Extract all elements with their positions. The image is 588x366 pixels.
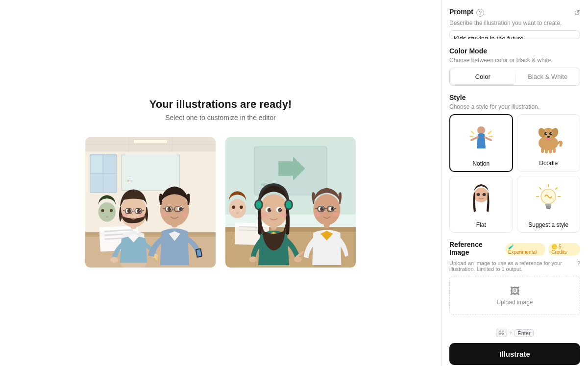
reference-image-header: Reference Image 🧪 Experimental 🪙 5 Credi… <box>449 241 580 258</box>
style-card-suggest[interactable]: Suggest a style <box>517 176 581 233</box>
svg-rect-140 <box>545 204 551 206</box>
svg-rect-10 <box>122 154 179 190</box>
svg-line-106 <box>334 208 337 208</box>
color-mode-section: Color Mode Choose between color or black… <box>449 47 580 86</box>
reference-image-label: Reference Image <box>449 241 502 256</box>
svg-point-27 <box>130 209 131 210</box>
svg-point-112 <box>236 212 239 214</box>
doodle-style-image <box>521 119 576 158</box>
style-card-flat[interactable]: Flat <box>449 176 513 233</box>
svg-line-33 <box>142 210 144 211</box>
prompt-help-icon[interactable]: ? <box>476 9 484 17</box>
prompt-textarea[interactable]: Kids stuying in the future <box>449 30 580 39</box>
svg-line-105 <box>315 208 318 208</box>
black-white-button[interactable]: Black & White <box>516 68 580 85</box>
svg-point-89 <box>249 256 257 262</box>
illustrations-grid: 📊 <box>84 136 357 268</box>
svg-rect-141 <box>546 206 551 208</box>
svg-point-126 <box>547 136 550 138</box>
svg-rect-5 <box>134 139 168 143</box>
svg-point-62 <box>105 216 108 218</box>
keyboard-modifier: ⌘ <box>496 329 507 337</box>
suggest-style-label: Suggest a style <box>528 221 568 228</box>
svg-point-131 <box>474 188 489 202</box>
reset-icon[interactable]: ↺ <box>574 8 580 18</box>
style-description: Choose a style for your illustration. <box>449 103 580 110</box>
upload-label: Upload image <box>496 299 533 306</box>
doodle-style-label: Doodle <box>539 160 558 167</box>
upload-icon: 🖼 <box>510 286 520 297</box>
reference-image-section: Reference Image 🧪 Experimental 🪙 5 Credi… <box>449 241 580 321</box>
experimental-badge: 🧪 Experimental <box>505 243 545 256</box>
keyboard-plus: + <box>509 330 513 337</box>
svg-point-122 <box>544 132 547 135</box>
svg-line-32 <box>123 210 125 211</box>
prompt-label-group: Prompt ? <box>449 8 484 18</box>
notion-style-label: Notion <box>472 160 490 167</box>
color-button[interactable]: Color <box>451 69 515 84</box>
illustration-card-1[interactable]: 📊 <box>84 136 217 268</box>
illustration-card-2[interactable]: isCign <box>224 136 357 268</box>
svg-point-74 <box>259 194 288 227</box>
style-card-notion[interactable]: Notion <box>449 114 513 172</box>
flat-style-image <box>454 180 509 220</box>
illustrate-button[interactable]: Illustrate <box>449 343 580 365</box>
prompt-description: Describe the illustration you want to cr… <box>449 20 580 26</box>
reference-image-desc: Upload an image to use as a reference fo… <box>449 260 580 272</box>
credits-badge: 🪙 5 Credits <box>548 243 580 256</box>
svg-point-111 <box>240 205 243 209</box>
style-card-doodle[interactable]: Doodle <box>517 114 581 172</box>
svg-rect-130 <box>553 148 556 153</box>
svg-rect-9 <box>91 155 102 172</box>
svg-line-137 <box>539 188 541 189</box>
svg-point-87 <box>261 212 268 217</box>
svg-point-36 <box>110 257 118 263</box>
left-panel: Your illustrations are ready! Select one… <box>0 0 441 366</box>
prompt-section-header: Prompt ? ↺ <box>449 8 580 18</box>
svg-line-54 <box>181 208 184 209</box>
svg-line-53 <box>163 208 166 209</box>
svg-point-113 <box>477 126 485 134</box>
svg-rect-129 <box>549 148 552 153</box>
svg-point-108 <box>333 212 340 217</box>
svg-point-48 <box>170 207 171 208</box>
svg-point-86 <box>280 208 281 209</box>
svg-point-35 <box>139 213 145 217</box>
svg-point-61 <box>110 209 113 212</box>
notion-style-image <box>454 119 508 158</box>
svg-line-136 <box>556 188 557 189</box>
upload-image-box[interactable]: 🖼 Upload image <box>449 276 580 315</box>
svg-point-55 <box>161 212 168 217</box>
svg-point-124 <box>546 133 547 134</box>
svg-point-132 <box>476 193 480 196</box>
svg-point-56 <box>182 212 189 217</box>
color-mode-buttons: Color Black & White <box>449 68 580 86</box>
svg-point-28 <box>139 209 140 210</box>
svg-point-107 <box>314 212 320 217</box>
svg-point-133 <box>482 193 486 196</box>
svg-point-34 <box>122 213 128 217</box>
svg-rect-128 <box>545 148 548 153</box>
svg-point-88 <box>280 212 287 217</box>
svg-point-110 <box>232 205 235 209</box>
svg-text:📊: 📊 <box>126 176 131 181</box>
svg-line-114 <box>471 131 474 134</box>
flat-style-label: Flat <box>476 221 486 228</box>
svg-point-77 <box>256 201 262 209</box>
color-mode-label: Color Mode <box>449 47 580 55</box>
style-section: Style Choose a style for your illustrati… <box>449 94 580 233</box>
page-title: Your illustrations are ready! <box>149 98 292 111</box>
reference-image-help-icon[interactable]: ? <box>577 260 580 266</box>
svg-point-123 <box>549 132 552 135</box>
style-label: Style <box>449 94 580 101</box>
page-subtitle: Select one to customize in the editor <box>165 114 276 122</box>
reference-image-desc-text: Upload an image to use as a reference fo… <box>449 260 575 272</box>
svg-point-60 <box>101 209 104 212</box>
right-panel: Prompt ? ↺ Describe the illustration you… <box>441 0 588 366</box>
svg-point-59 <box>98 202 116 221</box>
prompt-label: Prompt <box>449 8 473 16</box>
svg-rect-127 <box>541 148 544 153</box>
style-grid: Notion <box>449 114 580 233</box>
svg-point-109 <box>229 199 246 218</box>
svg-rect-142 <box>546 208 550 209</box>
